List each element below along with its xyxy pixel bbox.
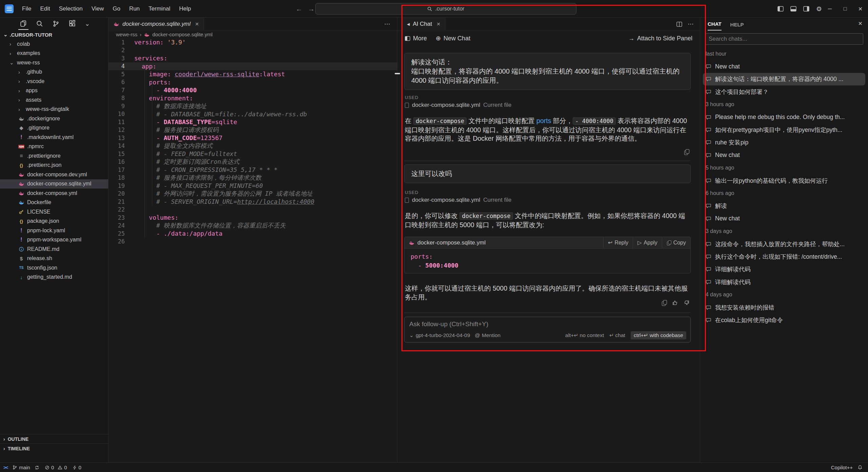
- extensions-icon[interactable]: [68, 18, 76, 30]
- history-item[interactable]: 在colab上如何使用git命令: [700, 314, 868, 326]
- copy-response-icon[interactable]: [662, 300, 667, 306]
- search-icon[interactable]: [36, 18, 43, 30]
- menu-help[interactable]: Help: [175, 0, 195, 18]
- breadcrumb-folder[interactable]: wewe-rss: [116, 32, 137, 37]
- copilot-status[interactable]: Copilot++: [831, 465, 853, 470]
- history-item[interactable]: 解读这句话：端口映射配置，将容器内的 4000 ...: [703, 73, 865, 85]
- file-row-README.md[interactable]: README.md: [0, 244, 108, 254]
- folder-row-apps[interactable]: ›apps: [0, 86, 108, 96]
- history-item[interactable]: 详细解读代码: [700, 276, 868, 288]
- history-item[interactable]: 如何在prettygraph项目中，使用pyenv指定pyth...: [700, 123, 868, 136]
- file-row-release.sh[interactable]: $release.sh: [0, 254, 108, 263]
- folder-row-.github[interactable]: ›.github: [0, 67, 108, 77]
- code-line-23[interactable]: 23 volumes:: [108, 214, 397, 222]
- attach-side-panel-button[interactable]: → Attach to Side Panel: [628, 35, 692, 42]
- workspace-header[interactable]: ⌄ .CURSOR-TUTOR: [0, 30, 108, 39]
- notifications-bell-icon[interactable]: [857, 465, 863, 470]
- used-file-chip[interactable]: docker-compose.sqlite.yml Current file: [405, 102, 511, 109]
- menu-terminal[interactable]: Terminal: [144, 0, 175, 18]
- file-row-.prettierignore[interactable]: ≡.prettierignore: [0, 151, 108, 161]
- timeline-panel[interactable]: › TIMELINE: [0, 444, 108, 453]
- history-item[interactable]: 解读: [700, 200, 868, 212]
- settings-gear-icon[interactable]: ⚙: [816, 5, 822, 13]
- code-line-3[interactable]: 3services:: [108, 54, 397, 62]
- menu-view[interactable]: View: [87, 0, 108, 18]
- forward-icon[interactable]: →: [308, 5, 315, 13]
- menu-go[interactable]: Go: [108, 0, 125, 18]
- remote-indicator-icon[interactable]: ><: [3, 465, 7, 470]
- maximize-button[interactable]: □: [837, 0, 853, 18]
- thumbs-up-icon[interactable]: [672, 300, 678, 306]
- folder-row-wewe-rss-dingtalk[interactable]: ›wewe-rss-dingtalk: [0, 105, 108, 114]
- thumbs-down-icon[interactable]: [684, 300, 690, 306]
- toggle-panel-icon[interactable]: [790, 6, 796, 12]
- split-editor-icon[interactable]: [676, 22, 682, 27]
- git-branch-item[interactable]: main: [12, 465, 39, 470]
- history-item[interactable]: 我想安装依赖时的报错: [700, 301, 868, 314]
- code-line-5[interactable]: 5 image: cooderl/wewe-rss-sqlite:latest: [108, 70, 397, 78]
- history-item[interactable]: 执行这个命令时，出现如下报错: /content/drive...: [700, 250, 868, 263]
- explorer-icon[interactable]: [20, 18, 27, 30]
- used-file-chip[interactable]: docker-compose.sqlite.yml Current file: [405, 197, 511, 203]
- problems-item[interactable]: 0 0: [45, 465, 67, 470]
- file-row-docker-compose.dev.yml[interactable]: docker-compose.dev.yml: [0, 170, 108, 179]
- code-editor[interactable]: 1version: '3.9'23services:4 app:5 image:…: [108, 38, 397, 245]
- folder-row-colab[interactable]: ›colab: [0, 39, 108, 49]
- code-line-26[interactable]: 26: [108, 238, 397, 246]
- menu-edit[interactable]: Edit: [36, 0, 54, 18]
- menu-selection[interactable]: Selection: [55, 0, 87, 18]
- file-row-LICENSE[interactable]: LICENSE: [0, 207, 108, 217]
- file-row-.dockerignore[interactable]: .dockerignore: [0, 114, 108, 123]
- history-item[interactable]: New chat: [700, 212, 868, 225]
- tab-chat[interactable]: CHAT: [708, 21, 722, 31]
- history-item[interactable]: 详细解读代码: [700, 263, 868, 276]
- tab-ai-chat[interactable]: ◀ AI Chat ✕: [402, 18, 446, 31]
- inline-link[interactable]: ports: [536, 117, 551, 124]
- code-line-4[interactable]: 4 app:: [108, 62, 397, 71]
- file-row-.gitignore[interactable]: ◆.gitignore: [0, 123, 108, 133]
- code-line-22[interactable]: 22: [108, 206, 397, 214]
- menu-file[interactable]: File: [18, 0, 36, 18]
- history-item[interactable]: New chat: [700, 60, 868, 73]
- breadcrumb-file[interactable]: docker-compose.sqlite.yml: [152, 32, 213, 37]
- file-row-package.json[interactable]: {}package.json: [0, 217, 108, 226]
- close-sidebar-icon[interactable]: ✕: [858, 20, 863, 27]
- minimize-button[interactable]: ─: [822, 0, 837, 18]
- sash-indicator[interactable]: [395, 73, 400, 74]
- history-item[interactable]: 这个项目如何部署？: [700, 85, 868, 98]
- chevron-down-icon[interactable]: ⌄: [85, 18, 90, 30]
- file-row-docker-compose.yml[interactable]: docker-compose.yml: [0, 189, 108, 198]
- breadcrumb[interactable]: wewe-rss › docker-compose.sqlite.yml: [108, 31, 397, 38]
- code-line-25[interactable]: 25 - ./data:/app/data: [108, 230, 397, 238]
- reply-button[interactable]: ↩Reply: [603, 237, 633, 249]
- followup-input[interactable]: Ask follow-up (Ctrl+Shift+Y) ⌄ gpt-4-tur…: [404, 317, 691, 342]
- file-row-tsconfig.json[interactable]: TStsconfig.json: [0, 263, 108, 273]
- copy-response-icon[interactable]: [684, 149, 689, 155]
- file-row-.prettierrc.json[interactable]: {}.prettierrc.json: [0, 161, 108, 170]
- copy-button[interactable]: Copy: [662, 237, 690, 249]
- code-line-2[interactable]: 2: [108, 46, 397, 55]
- history-item[interactable]: New chat: [700, 149, 868, 161]
- history-item[interactable]: 输出一段python的基础代码，教我如何运行: [700, 174, 868, 187]
- apply-button[interactable]: ▷Apply: [633, 237, 662, 249]
- model-selector[interactable]: ⌄ gpt-4-turbo-2024-04-09: [409, 332, 470, 338]
- editor-actions-icon[interactable]: ⋯: [384, 18, 391, 31]
- close-window-button[interactable]: ✕: [853, 0, 868, 18]
- search-chats-input[interactable]: Search chats...: [705, 33, 863, 45]
- outline-panel[interactable]: › OUTLINE: [0, 434, 108, 444]
- ports-item[interactable]: 0: [73, 465, 81, 470]
- history-item[interactable]: ruhe 安装pip: [700, 136, 868, 149]
- new-chat-button[interactable]: ⊕ New Chat: [436, 35, 470, 42]
- tab-docker-compose-sqlite[interactable]: docker-compose.sqlite.yml ✕: [108, 18, 204, 31]
- folder-row-examples[interactable]: ›examples: [0, 49, 108, 58]
- toggle-secondary-sidebar-icon[interactable]: [803, 6, 809, 12]
- folder-row-wewe-rss[interactable]: ⌄wewe-rss: [0, 58, 108, 67]
- file-row-getting_started.md[interactable]: ↓getting_started.md: [0, 273, 108, 282]
- close-tab-icon[interactable]: ✕: [195, 21, 199, 27]
- history-item[interactable]: 这段命令，我想插入放置的文件夹路径，帮助处...: [700, 238, 868, 250]
- file-row-docker-compose.sqlite.yml[interactable]: docker-compose.sqlite.yml: [0, 179, 108, 189]
- menu-run[interactable]: Run: [125, 0, 144, 18]
- close-tab-icon[interactable]: ✕: [436, 21, 440, 27]
- file-row-pnpm-lock.yaml[interactable]: !pnpm-lock.yaml: [0, 226, 108, 235]
- command-search-box[interactable]: .cursor-tutor: [315, 3, 576, 15]
